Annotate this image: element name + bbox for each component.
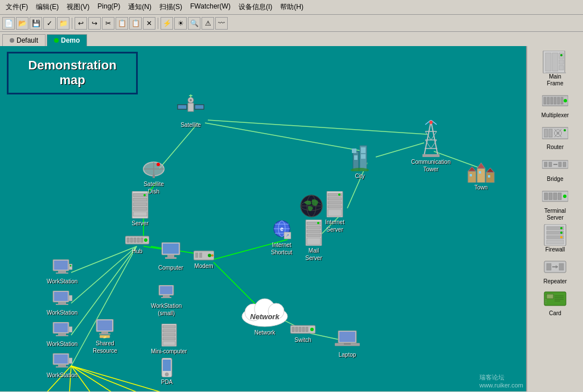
svg-rect-215 xyxy=(551,97,553,104)
tab-default[interactable]: Default xyxy=(2,34,46,46)
toolbar-save[interactable]: 💾 xyxy=(30,17,42,30)
panel-item-repeater[interactable]: Repeater xyxy=(529,255,581,285)
node-pda[interactable]: PDA xyxy=(161,358,173,386)
card-icon xyxy=(541,287,569,310)
svg-rect-141 xyxy=(339,332,355,342)
svg-rect-55 xyxy=(165,257,176,259)
shared-resource-icon: 📁 xyxy=(95,319,114,339)
node-workstation4[interactable]: WorkStation xyxy=(47,353,77,379)
node-satellite-dish[interactable]: SatelliteDish xyxy=(141,154,166,195)
node-mail-server[interactable]: MailServer xyxy=(303,220,324,262)
toolbar-paste[interactable]: 📋 xyxy=(129,17,142,30)
panel-item-card[interactable]: Card xyxy=(529,287,581,317)
svg-point-122 xyxy=(338,193,340,196)
svg-rect-63 xyxy=(163,295,170,297)
tab-demo[interactable]: Demo xyxy=(47,34,87,46)
toolbar-undo[interactable]: ↩ xyxy=(75,17,87,30)
svg-rect-97 xyxy=(101,332,108,333)
tab-default-label: Default xyxy=(17,36,38,44)
panel-item-bridge[interactable]: Bridge xyxy=(529,153,581,183)
svg-rect-121 xyxy=(328,209,342,216)
svg-rect-138 xyxy=(306,327,308,332)
toolbar-redo[interactable]: ↪ xyxy=(88,17,101,30)
svg-rect-216 xyxy=(554,97,556,104)
panel-item-mainframe[interactable]: MainFrame xyxy=(529,51,581,87)
svg-text:Network: Network xyxy=(250,312,280,321)
svg-text:↗: ↗ xyxy=(286,233,289,237)
menu-notify[interactable]: 通知(N) xyxy=(125,1,155,13)
menu-fwatcher[interactable]: FWatcher(W) xyxy=(187,1,234,13)
node-shared-resource[interactable]: 📁 SharedResource xyxy=(93,319,117,354)
node-workstation-small[interactable]: WorkStation(small) xyxy=(151,285,182,317)
menu-help[interactable]: 帮助(H) xyxy=(277,1,307,13)
city-icon xyxy=(347,143,372,171)
node-city[interactable]: City xyxy=(347,143,372,180)
svg-rect-119 xyxy=(328,201,342,204)
toolbar-sun[interactable]: ☀ xyxy=(174,17,187,30)
toolbar-copy[interactable]: 📋 xyxy=(116,17,128,30)
toolbar-delete[interactable]: ✕ xyxy=(143,17,155,30)
node-mini-computer[interactable]: Mini-computer xyxy=(151,324,187,355)
comm-tower-icon xyxy=(420,120,442,157)
computer-icon xyxy=(161,242,181,263)
svg-rect-47 xyxy=(130,238,133,242)
svg-point-37 xyxy=(157,163,160,166)
node-workstation2[interactable]: WorkStation xyxy=(47,291,77,316)
toolbar-lightning[interactable]: ⚡ xyxy=(161,17,173,30)
repeater-label: Repeater xyxy=(543,278,566,285)
toolbar-wave[interactable]: 〰 xyxy=(215,17,228,30)
node-internet-shortcut[interactable]: e ↗ InternetShortcut xyxy=(271,220,292,256)
panel-item-router[interactable]: Router xyxy=(529,121,581,151)
node-satellite[interactable]: Satellite xyxy=(176,94,205,129)
svg-line-22 xyxy=(71,366,139,391)
menu-scan[interactable]: 扫描(S) xyxy=(156,1,186,13)
toolbar-check[interactable]: ✓ xyxy=(43,17,56,30)
node-network[interactable]: Network Network xyxy=(239,296,290,336)
svg-rect-236 xyxy=(549,193,552,200)
svg-rect-91 xyxy=(54,354,68,364)
menu-ping[interactable]: Ping(P) xyxy=(94,1,124,13)
svg-rect-171 xyxy=(479,171,481,174)
network-label: Network xyxy=(254,329,276,336)
switch-icon xyxy=(290,324,315,335)
map-title: Demonstration map xyxy=(15,58,129,88)
svg-point-245 xyxy=(560,232,563,234)
svg-rect-136 xyxy=(299,327,301,332)
node-town[interactable]: Town xyxy=(467,160,495,191)
node-server[interactable]: Server xyxy=(130,191,150,227)
menu-edit[interactable]: 编辑(E) xyxy=(32,1,62,13)
toolbar-open[interactable]: 📂 xyxy=(16,17,28,30)
svg-rect-88 xyxy=(56,335,68,336)
workstation1-icon xyxy=(52,259,72,277)
node-internet-server[interactable]: InternetServer xyxy=(325,191,345,233)
menu-file[interactable]: 文件(F) xyxy=(2,1,31,13)
svg-rect-26 xyxy=(178,105,187,109)
node-globe[interactable] xyxy=(299,194,323,218)
panel-item-firewall[interactable]: Firewall xyxy=(529,224,581,253)
toolbar-folder2[interactable]: 📁 xyxy=(57,17,69,30)
toolbar-cut[interactable]: ✂ xyxy=(102,17,114,30)
watermark: 瑞客论坛www.ruiker.com xyxy=(479,373,523,389)
node-computer[interactable]: Computer xyxy=(158,242,183,271)
svg-rect-232 xyxy=(563,162,566,167)
svg-rect-111 xyxy=(307,226,321,229)
svg-marker-169 xyxy=(486,168,494,172)
svg-line-2 xyxy=(208,120,427,134)
node-workstation3[interactable]: WorkStation xyxy=(47,322,77,348)
panel-item-multiplexer[interactable]: Multiplexer xyxy=(529,89,581,119)
toolbar-search[interactable]: 🔍 xyxy=(188,17,200,30)
svg-rect-250 xyxy=(559,263,564,270)
menu-view[interactable]: 视图(V) xyxy=(63,1,93,13)
node-switch[interactable]: Switch xyxy=(290,324,315,344)
comm-tower-label: CommunicationTower xyxy=(411,158,450,173)
node-comm-tower[interactable]: CommunicationTower xyxy=(411,120,450,173)
node-modem[interactable]: Modem xyxy=(194,250,214,270)
node-workstation1[interactable]: WorkStation xyxy=(47,259,77,285)
node-hub[interactable]: Hub xyxy=(125,234,149,255)
toolbar-alert[interactable]: ⚠ xyxy=(202,17,214,30)
panel-item-terminal-server[interactable]: TerminalServer xyxy=(529,185,581,221)
bridge-label: Bridge xyxy=(547,176,564,183)
node-laptop[interactable]: Laptop xyxy=(335,331,360,358)
toolbar-new[interactable]: 📄 xyxy=(2,17,15,30)
menu-device[interactable]: 设备信息(I) xyxy=(235,1,276,13)
